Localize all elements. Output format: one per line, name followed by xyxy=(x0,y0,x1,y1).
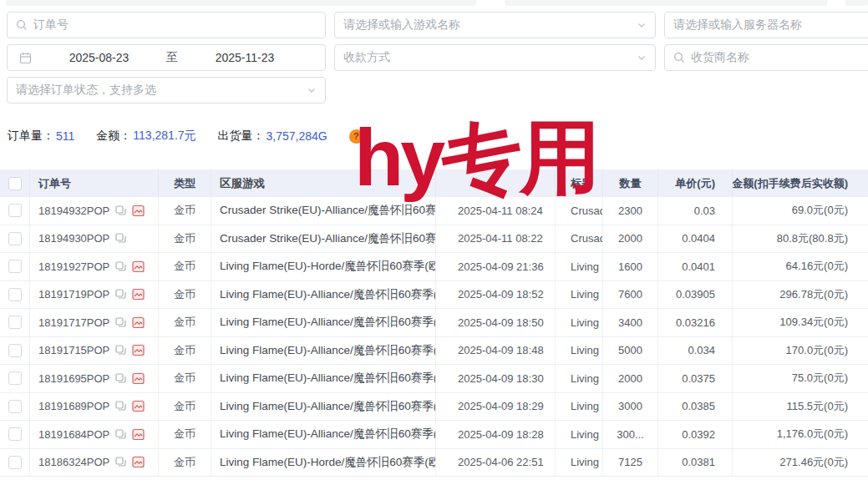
image-icon[interactable] xyxy=(132,372,145,385)
time-cell: 2025-04-06 22:51 xyxy=(436,449,556,477)
copy-icon[interactable] xyxy=(115,289,126,300)
payment-method-select[interactable]: 收款方式 xyxy=(334,44,656,71)
image-icon[interactable] xyxy=(132,288,145,301)
date-start-value[interactable]: 2025-08-23 xyxy=(69,51,129,64)
time-cell: 2025-04-09 21:36 xyxy=(436,253,556,280)
price-cell: 0.0381 xyxy=(658,449,733,477)
image-icon[interactable] xyxy=(132,456,145,468)
price-cell: 0.03216 xyxy=(658,309,733,336)
top-cropped-strip xyxy=(505,0,827,6)
time-cell: 2025-04-11 08:22 xyxy=(436,225,556,253)
copy-icon[interactable] xyxy=(115,373,126,384)
order-no-text: 18186324POP xyxy=(38,456,109,468)
order-no-cell: 18191717POP xyxy=(30,309,159,336)
table-row[interactable]: 18186324POP 金币 Living Flame(EU)-Horde/魔兽… xyxy=(0,449,868,477)
time-cell: 2025-04-09 18:30 xyxy=(436,365,556,392)
header-amount[interactable]: 金额(扣手续费后实收额) xyxy=(733,169,868,197)
search-icon xyxy=(16,19,28,31)
type-cell: 金币 xyxy=(159,281,211,309)
order-no-text: 18191715POP xyxy=(38,344,109,356)
server-name-select[interactable]: 请选择或输入服务器名称 xyxy=(664,12,868,38)
copy-icon[interactable] xyxy=(115,261,126,272)
amount-label: 金额： xyxy=(96,129,131,144)
row-checkbox[interactable] xyxy=(8,344,22,357)
type-cell: 金币 xyxy=(159,421,211,448)
table-row[interactable]: 18191717POP 金币 Living Flame(EU)-Alliance… xyxy=(0,309,868,337)
calendar-icon xyxy=(19,52,32,64)
type-cell: 金币 xyxy=(159,393,211,421)
image-icon[interactable] xyxy=(132,400,145,412)
game-cell: Living Flame(EU)-Alliance/魔兽怀旧60赛季( xyxy=(211,421,436,448)
table-row[interactable]: 18191719POP 金币 Living Flame(EU)-Alliance… xyxy=(0,281,868,310)
qty-cell: 300... xyxy=(603,421,658,448)
type-cell: 金币 xyxy=(159,365,211,392)
image-icon[interactable] xyxy=(132,428,145,441)
row-checkbox[interactable] xyxy=(8,400,22,413)
order-no-cell: 18191927POP xyxy=(30,253,159,280)
order-no-text: 18194932POP xyxy=(38,205,109,217)
row-checkbox-cell xyxy=(0,281,30,309)
order-number-input[interactable]: 订单号 xyxy=(7,12,326,38)
game-cell: Living Flame(EU)-Alliance/魔兽怀旧60赛季( xyxy=(211,281,436,309)
select-all-checkbox[interactable] xyxy=(8,177,22,190)
date-separator: 至 xyxy=(166,50,178,65)
row-checkbox[interactable] xyxy=(8,288,22,301)
date-end-value[interactable]: 2025-11-23 xyxy=(216,51,275,64)
row-checkbox[interactable] xyxy=(8,371,22,385)
price-cell: 0.0375 xyxy=(658,365,733,392)
amount-cell: 1,176.0元(0元) xyxy=(733,421,868,448)
time-cell: 2025-04-09 18:29 xyxy=(436,393,556,421)
table-row[interactable]: 18194930POP 金币 Crusader Strike(EU)-Allia… xyxy=(0,225,868,254)
copy-icon[interactable] xyxy=(115,205,126,216)
order-no-text: 18191689POP xyxy=(38,400,109,412)
amount-cell: 80.8元(80.8元) xyxy=(733,225,868,253)
order-status-select[interactable]: 请选择订单状态，支持多选 xyxy=(7,77,326,104)
order-no-text: 18191927POP xyxy=(38,260,109,273)
order-no-text: 18191684POP xyxy=(38,428,109,441)
shipment-label: 出货量： xyxy=(218,129,265,144)
table-row[interactable]: 18191927POP 金币 Living Flame(EU)-Horde/魔兽… xyxy=(0,253,868,281)
shipment-stat: 出货量：3,757,284G xyxy=(218,129,327,144)
header-price[interactable]: 单价(元) xyxy=(658,169,733,197)
row-checkbox[interactable] xyxy=(8,316,22,329)
image-icon[interactable] xyxy=(132,205,145,217)
order-no-text: 18191717POP xyxy=(38,316,109,329)
order-status-placeholder: 请选择订单状态，支持多选 xyxy=(16,83,156,98)
row-checkbox-cell xyxy=(0,337,30,365)
image-icon[interactable] xyxy=(132,260,145,273)
date-range-picker[interactable]: 2025-08-23 至 2025-11-23 xyxy=(7,44,326,71)
row-checkbox[interactable] xyxy=(8,260,22,273)
table-row[interactable]: 18191689POP 金币 Living Flame(EU)-Alliance… xyxy=(0,393,868,422)
header-order-no[interactable]: 订单号 xyxy=(30,169,159,197)
row-checkbox[interactable] xyxy=(8,232,22,245)
copy-icon[interactable] xyxy=(115,233,126,244)
copy-icon[interactable] xyxy=(115,317,126,328)
row-checkbox-cell xyxy=(0,365,30,392)
copy-icon[interactable] xyxy=(115,401,126,412)
merchant-name-input[interactable]: 收货商名称 xyxy=(664,44,868,71)
table-row[interactable]: 18191684POP 金币 Living Flame(EU)-Alliance… xyxy=(0,421,868,449)
image-icon[interactable] xyxy=(132,344,145,356)
game-cell: Living Flame(EU)-Alliance/魔兽怀旧60赛季( xyxy=(211,393,436,421)
table-row[interactable]: 18191715POP 金币 Living Flame(EU)-Alliance… xyxy=(0,337,868,366)
header-qty[interactable]: 数量 xyxy=(603,169,658,197)
copy-icon[interactable] xyxy=(115,345,126,356)
row-checkbox-cell xyxy=(0,197,30,225)
copy-icon[interactable] xyxy=(115,429,126,440)
search-icon xyxy=(673,52,685,63)
row-checkbox[interactable] xyxy=(8,456,22,469)
row-checkbox-cell xyxy=(0,421,30,448)
row-checkbox[interactable] xyxy=(8,204,22,217)
qty-cell: 2000 xyxy=(603,225,658,253)
game-name-select[interactable]: 请选择或输入游戏名称 xyxy=(334,12,656,38)
time-cell: 2025-04-09 18:28 xyxy=(436,421,556,448)
amount-cell: 109.34元(0元) xyxy=(733,309,868,336)
qty-cell: 7125 xyxy=(603,449,658,477)
title-cell: Crusade xyxy=(556,225,603,253)
image-icon[interactable] xyxy=(132,316,145,329)
copy-icon[interactable] xyxy=(115,457,126,467)
row-checkbox[interactable] xyxy=(8,427,22,441)
header-type[interactable]: 类型 xyxy=(159,169,211,197)
table-row[interactable]: 18191695POP 金币 Living Flame(EU)-Alliance… xyxy=(0,365,868,393)
order-no-cell: 18194930POP xyxy=(30,225,159,253)
